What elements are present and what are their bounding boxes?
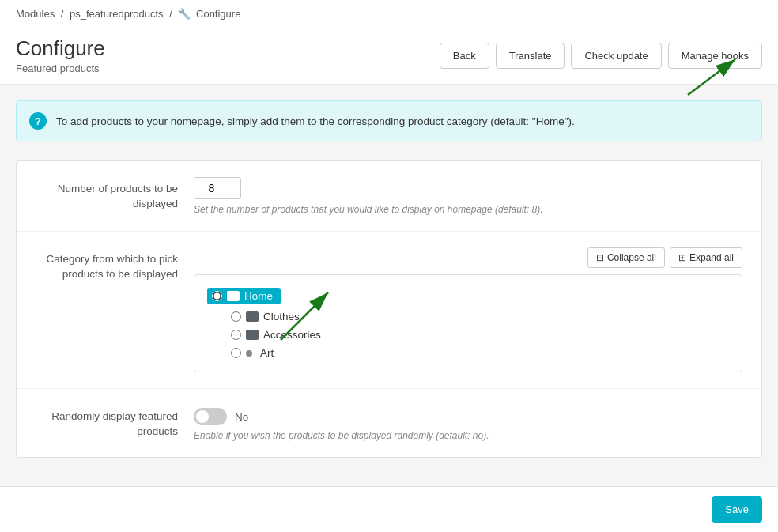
expand-icon: ⊞ [678,252,686,263]
random-status: No [235,411,248,423]
content-area: ? To add products to your homepage, simp… [0,85,778,489]
random-control: No Enable if you wish the products to be… [194,405,742,441]
num-products-input[interactable] [194,177,241,199]
num-products-help: Set the number of products that you woul… [194,204,742,215]
expand-all-button[interactable]: ⊞ Expand all [670,247,742,268]
tree-item-home: Home [207,285,729,308]
folder-accessories-icon [246,330,259,340]
check-update-button[interactable]: Check update [571,43,661,69]
breadcrumb-current: 🔧 Configure [178,8,240,20]
tree-header: ⊟ Collapse all ⊞ Expand all [194,247,742,268]
info-text: To add products to your homepage, simply… [56,115,575,127]
back-button[interactable]: Back [440,43,489,69]
collapse-all-button[interactable]: ⊟ Collapse all [587,247,665,268]
clothes-label: Clothes [263,311,300,323]
radio-art[interactable] [231,348,241,358]
breadcrumb-modules[interactable]: Modules [16,8,55,20]
page-footer: Save [0,486,778,489]
folder-clothes-icon [246,311,259,322]
category-tree-area: ⊟ Collapse all ⊞ Expand all Home [194,247,742,372]
category-row: Category from which to pick products to … [17,232,761,389]
info-icon: ? [29,112,47,130]
accessories-label: Accessories [263,329,321,341]
tree-item-art: Art [231,344,729,362]
breadcrumb: Modules / ps_featuredproducts / 🔧 Config… [0,0,778,28]
page-title-block: Configure Featured products [16,36,105,84]
folder-home-icon [227,291,240,301]
toggle-slider [194,408,227,425]
random-row: Randomly display featured products No En… [17,389,761,457]
info-box: ? To add products to your homepage, simp… [16,100,762,141]
radio-home[interactable] [212,291,222,301]
num-products-label: Number of products to be displayed [36,177,194,212]
home-label: Home [244,290,273,302]
random-label: Randomly display featured products [36,405,194,440]
radio-clothes[interactable] [231,311,241,322]
dot-art-icon [246,350,252,357]
page-subtitle: Featured products [16,62,105,84]
num-products-row: Number of products to be displayed Set t… [17,161,761,232]
header-buttons: Back Translate Check update Manage hooks [440,36,762,69]
tree-container: Home Clothes Accessories [194,274,742,372]
page-header: Configure Featured products Back Transla… [0,28,778,85]
collapse-icon: ⊟ [596,252,604,263]
random-help: Enable if you wish the products to be di… [194,430,742,441]
page-title: Configure [16,36,105,61]
tree-item-clothes: Clothes [231,308,729,326]
random-toggle[interactable] [194,408,227,425]
category-label: Category from which to pick products to … [36,247,194,282]
art-label: Art [260,347,274,359]
translate-button[interactable]: Translate [496,43,565,69]
breadcrumb-ps-featuredproducts[interactable]: ps_featuredproducts [70,8,164,20]
tree-item-accessories: Accessories [231,326,729,344]
manage-hooks-button[interactable]: Manage hooks [668,43,762,69]
radio-accessories[interactable] [231,330,241,340]
form-section: Number of products to be displayed Set t… [16,160,762,458]
num-products-control: Set the number of products that you woul… [194,177,742,215]
